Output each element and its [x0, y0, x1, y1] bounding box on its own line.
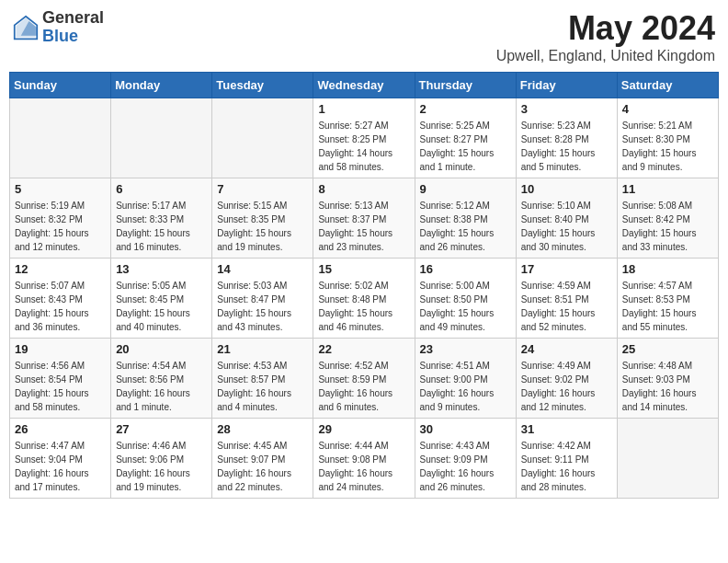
calendar-cell: 15Sunrise: 5:02 AM Sunset: 8:48 PM Dayli… — [313, 259, 415, 339]
calendar-cell — [212, 98, 313, 178]
day-number: 12 — [15, 262, 106, 276]
day-info: Sunrise: 4:47 AM Sunset: 9:04 PM Dayligh… — [15, 439, 106, 494]
calendar-cell: 7Sunrise: 5:15 AM Sunset: 8:35 PM Daylig… — [212, 178, 313, 259]
day-number: 14 — [217, 262, 308, 276]
day-info: Sunrise: 4:43 AM Sunset: 9:09 PM Dayligh… — [420, 439, 511, 494]
day-info: Sunrise: 4:48 AM Sunset: 9:03 PM Dayligh… — [622, 359, 713, 414]
day-number: 11 — [622, 182, 713, 196]
day-info: Sunrise: 5:15 AM Sunset: 8:35 PM Dayligh… — [217, 199, 308, 254]
calendar-cell: 21Sunrise: 4:53 AM Sunset: 8:57 PM Dayli… — [212, 339, 313, 419]
day-info: Sunrise: 4:49 AM Sunset: 9:02 PM Dayligh… — [521, 359, 612, 414]
day-info: Sunrise: 4:56 AM Sunset: 8:54 PM Dayligh… — [15, 359, 106, 414]
title-block: May 2024 Upwell, England, United Kingdom — [496, 9, 715, 64]
day-number: 26 — [15, 422, 106, 436]
day-number: 18 — [622, 262, 713, 276]
day-number: 8 — [318, 182, 409, 196]
calendar-cell: 14Sunrise: 5:03 AM Sunset: 8:47 PM Dayli… — [212, 259, 313, 339]
calendar-week-row: 26Sunrise: 4:47 AM Sunset: 9:04 PM Dayli… — [10, 419, 719, 499]
calendar-cell: 28Sunrise: 4:45 AM Sunset: 9:07 PM Dayli… — [212, 419, 313, 499]
calendar-cell: 13Sunrise: 5:05 AM Sunset: 8:45 PM Dayli… — [111, 259, 212, 339]
calendar-day-header: Monday — [111, 73, 212, 98]
day-number: 31 — [521, 422, 612, 436]
logo-blue-text: Blue — [42, 27, 78, 45]
day-info: Sunrise: 5:23 AM Sunset: 8:28 PM Dayligh… — [521, 119, 612, 174]
day-number: 22 — [318, 342, 409, 356]
day-info: Sunrise: 5:21 AM Sunset: 8:30 PM Dayligh… — [622, 119, 713, 174]
day-number: 9 — [420, 182, 511, 196]
location-title: Upwell, England, United Kingdom — [496, 48, 715, 64]
calendar-cell: 30Sunrise: 4:43 AM Sunset: 9:09 PM Dayli… — [415, 419, 516, 499]
calendar-cell: 6Sunrise: 5:17 AM Sunset: 8:33 PM Daylig… — [111, 178, 212, 259]
calendar-cell: 27Sunrise: 4:46 AM Sunset: 9:06 PM Dayli… — [111, 419, 212, 499]
calendar-cell: 4Sunrise: 5:21 AM Sunset: 8:30 PM Daylig… — [617, 98, 718, 178]
day-number: 27 — [116, 422, 207, 436]
day-info: Sunrise: 5:03 AM Sunset: 8:47 PM Dayligh… — [217, 279, 308, 334]
calendar-cell: 5Sunrise: 5:19 AM Sunset: 8:32 PM Daylig… — [10, 178, 111, 259]
day-number: 20 — [116, 342, 207, 356]
calendar-cell: 12Sunrise: 5:07 AM Sunset: 8:43 PM Dayli… — [10, 259, 111, 339]
calendar-day-header: Friday — [516, 73, 617, 98]
calendar-cell: 25Sunrise: 4:48 AM Sunset: 9:03 PM Dayli… — [617, 339, 718, 419]
calendar-cell: 2Sunrise: 5:25 AM Sunset: 8:27 PM Daylig… — [415, 98, 516, 178]
day-info: Sunrise: 5:10 AM Sunset: 8:40 PM Dayligh… — [521, 199, 612, 254]
calendar-cell: 8Sunrise: 5:13 AM Sunset: 8:37 PM Daylig… — [313, 178, 415, 259]
day-info: Sunrise: 4:44 AM Sunset: 9:08 PM Dayligh… — [318, 439, 409, 494]
calendar-cell: 19Sunrise: 4:56 AM Sunset: 8:54 PM Dayli… — [10, 339, 111, 419]
calendar-cell: 11Sunrise: 5:08 AM Sunset: 8:42 PM Dayli… — [617, 178, 718, 259]
day-info: Sunrise: 5:05 AM Sunset: 8:45 PM Dayligh… — [116, 279, 207, 334]
day-number: 6 — [116, 182, 207, 196]
day-number: 16 — [420, 262, 511, 276]
day-info: Sunrise: 5:00 AM Sunset: 8:50 PM Dayligh… — [420, 279, 511, 334]
day-number: 15 — [318, 262, 409, 276]
day-number: 4 — [622, 102, 713, 116]
day-info: Sunrise: 4:46 AM Sunset: 9:06 PM Dayligh… — [116, 439, 207, 494]
calendar-cell: 24Sunrise: 4:49 AM Sunset: 9:02 PM Dayli… — [516, 339, 617, 419]
day-number: 21 — [217, 342, 308, 356]
day-info: Sunrise: 5:19 AM Sunset: 8:32 PM Dayligh… — [15, 199, 106, 254]
day-number: 23 — [420, 342, 511, 356]
calendar-table: SundayMondayTuesdayWednesdayThursdayFrid… — [9, 72, 719, 499]
calendar-week-row: 19Sunrise: 4:56 AM Sunset: 8:54 PM Dayli… — [10, 339, 719, 419]
day-info: Sunrise: 4:59 AM Sunset: 8:51 PM Dayligh… — [521, 279, 612, 334]
day-info: Sunrise: 5:13 AM Sunset: 8:37 PM Dayligh… — [318, 199, 409, 254]
calendar-cell: 29Sunrise: 4:44 AM Sunset: 9:08 PM Dayli… — [313, 419, 415, 499]
day-info: Sunrise: 4:53 AM Sunset: 8:57 PM Dayligh… — [217, 359, 308, 414]
calendar-cell: 23Sunrise: 4:51 AM Sunset: 9:00 PM Dayli… — [415, 339, 516, 419]
day-info: Sunrise: 5:08 AM Sunset: 8:42 PM Dayligh… — [622, 199, 713, 254]
calendar-day-header: Wednesday — [313, 73, 415, 98]
calendar-cell — [111, 98, 212, 178]
calendar-day-header: Sunday — [10, 73, 111, 98]
calendar-cell: 31Sunrise: 4:42 AM Sunset: 9:11 PM Dayli… — [516, 419, 617, 499]
page-header: General Blue May 2024 Upwell, England, U… — [9, 9, 719, 64]
calendar-cell: 16Sunrise: 5:00 AM Sunset: 8:50 PM Dayli… — [415, 259, 516, 339]
day-number: 29 — [318, 422, 409, 436]
day-number: 13 — [116, 262, 207, 276]
day-info: Sunrise: 4:57 AM Sunset: 8:53 PM Dayligh… — [622, 279, 713, 334]
logo-general-text: General — [42, 8, 104, 27]
day-number: 3 — [521, 102, 612, 116]
calendar-week-row: 12Sunrise: 5:07 AM Sunset: 8:43 PM Dayli… — [10, 259, 719, 339]
day-info: Sunrise: 5:17 AM Sunset: 8:33 PM Dayligh… — [116, 199, 207, 254]
calendar-day-header: Tuesday — [212, 73, 313, 98]
day-number: 1 — [318, 102, 409, 116]
calendar-day-header: Thursday — [415, 73, 516, 98]
calendar-week-row: 1Sunrise: 5:27 AM Sunset: 8:25 PM Daylig… — [10, 98, 719, 178]
day-number: 30 — [420, 422, 511, 436]
day-info: Sunrise: 5:27 AM Sunset: 8:25 PM Dayligh… — [318, 119, 409, 174]
calendar-week-row: 5Sunrise: 5:19 AM Sunset: 8:32 PM Daylig… — [10, 178, 719, 259]
day-info: Sunrise: 5:12 AM Sunset: 8:38 PM Dayligh… — [420, 199, 511, 254]
day-info: Sunrise: 5:07 AM Sunset: 8:43 PM Dayligh… — [15, 279, 106, 334]
logo: General Blue — [13, 9, 104, 46]
calendar-cell — [617, 419, 718, 499]
calendar-cell: 20Sunrise: 4:54 AM Sunset: 8:56 PM Dayli… — [111, 339, 212, 419]
month-title: May 2024 — [496, 9, 715, 48]
calendar-cell — [10, 98, 111, 178]
calendar-day-header: Saturday — [617, 73, 718, 98]
day-info: Sunrise: 4:42 AM Sunset: 9:11 PM Dayligh… — [521, 439, 612, 494]
day-number: 19 — [15, 342, 106, 356]
day-number: 24 — [521, 342, 612, 356]
calendar-cell: 26Sunrise: 4:47 AM Sunset: 9:04 PM Dayli… — [10, 419, 111, 499]
calendar-cell: 1Sunrise: 5:27 AM Sunset: 8:25 PM Daylig… — [313, 98, 415, 178]
calendar-cell: 18Sunrise: 4:57 AM Sunset: 8:53 PM Dayli… — [617, 259, 718, 339]
calendar-header-row: SundayMondayTuesdayWednesdayThursdayFrid… — [10, 73, 719, 98]
